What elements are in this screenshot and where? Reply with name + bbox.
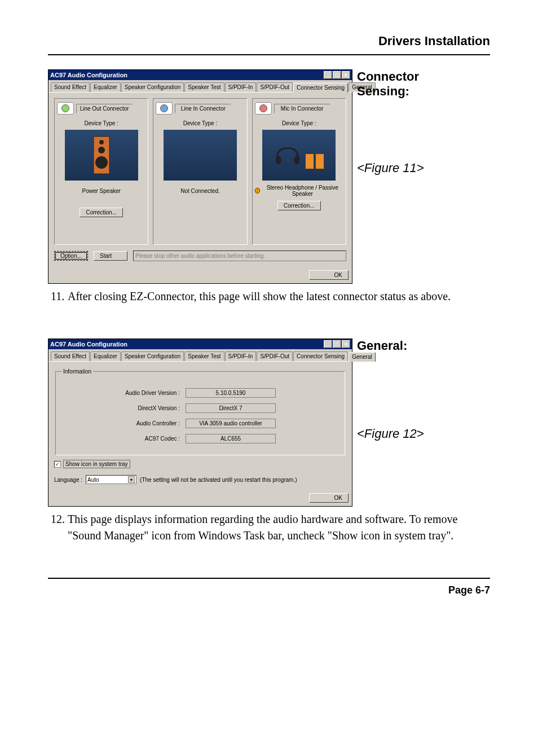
tabstrip: Sound Effect Equalizer Speaker Configura…	[48, 349, 352, 362]
tab-speaker-test[interactable]: Speaker Test	[184, 351, 224, 361]
start-button[interactable]: Start	[94, 251, 127, 261]
tab-sound-effect[interactable]: Sound Effect	[51, 82, 90, 92]
tab-speaker-test[interactable]: Speaker Test	[184, 82, 224, 92]
show-tray-label: Show icon in system tray	[63, 460, 130, 468]
tab-connector-sensing[interactable]: Connector Sensing	[293, 351, 348, 361]
maximize-icon[interactable]: □	[333, 340, 341, 348]
svg-point-5	[294, 156, 300, 164]
window-title: AC97 Audio Configuration	[50, 72, 127, 78]
window-general: AC97 Audio Configuration _ □ × Sound Eff…	[48, 339, 352, 507]
info-value: ALC655	[186, 434, 276, 443]
close-icon[interactable]: ×	[342, 340, 350, 348]
tab-sound-effect[interactable]: Sound Effect	[51, 351, 90, 361]
svg-point-2	[98, 147, 105, 153]
device-result: ! Stereo Headphone / Passive Speaker	[255, 184, 343, 197]
window-connector-sensing: AC97 Audio Configuration _ □ × Sound Eff…	[48, 69, 352, 284]
tab-equalizer[interactable]: Equalizer	[90, 82, 121, 92]
device-type-label: Device Type :	[57, 120, 145, 126]
connector-label: Mic In Connector	[274, 104, 330, 113]
show-tray-checkbox[interactable]: ✓	[54, 461, 61, 468]
titlebar: AC97 Audio Configuration _ □ ×	[48, 339, 352, 349]
warning-icon: !	[255, 188, 260, 194]
tab-spdif-out[interactable]: S/PDIF-Out	[257, 351, 293, 361]
correction-button[interactable]: Correction...	[80, 208, 122, 217]
svg-point-4	[276, 156, 281, 164]
tab-spdif-in[interactable]: S/PDIF-In	[225, 82, 257, 92]
minimize-icon[interactable]: _	[324, 71, 332, 79]
device-image-empty	[164, 130, 237, 181]
figure-caption: <Figure 11>	[357, 161, 436, 175]
fieldset-legend: Information	[61, 368, 93, 375]
figure-caption: <Figure 12>	[357, 427, 436, 441]
connector-label: Line Out Connector	[76, 104, 133, 113]
body-paragraph-12: 12.This page displays information regard…	[68, 511, 490, 544]
device-type-label: Device Type :	[156, 120, 244, 126]
connector-line-in: Line In Connector Device Type : Not Conn…	[153, 98, 247, 245]
close-icon[interactable]: ×	[342, 71, 350, 79]
tab-spdif-out[interactable]: S/PDIF-Out	[257, 82, 293, 92]
connector-mic-in: Mic In Connector Device Type :	[252, 98, 346, 245]
info-row: AC97 Codec : ALC655	[61, 434, 339, 443]
device-type-label: Device Type :	[255, 120, 343, 126]
language-label: Language :	[54, 477, 82, 483]
tabstrip: Sound Effect Equalizer Speaker Configura…	[48, 80, 352, 93]
ok-button[interactable]: OK	[309, 493, 349, 503]
connector-line-out: Line Out Connector Device Type : Power	[54, 98, 148, 245]
side-title: General:	[357, 339, 436, 353]
jack-icon	[57, 102, 74, 115]
page-header: Drivers Installation	[48, 34, 490, 55]
page-footer: Page 6-7	[48, 578, 490, 596]
ok-button[interactable]: OK	[309, 270, 349, 280]
info-value: DirectX 7	[186, 403, 276, 413]
info-label: Audio Driver Version :	[61, 390, 186, 396]
device-image-speaker	[65, 130, 138, 181]
device-result: Power Speaker	[57, 184, 145, 197]
tab-speaker-configuration[interactable]: Speaker Configuration	[121, 82, 184, 92]
connector-label: Line In Connector	[175, 104, 231, 113]
jack-icon	[156, 102, 173, 115]
tab-general[interactable]: General	[349, 352, 376, 362]
maximize-icon[interactable]: □	[333, 71, 341, 79]
svg-point-1	[99, 140, 104, 144]
note-text: Please stop other audio applications bef…	[133, 250, 346, 261]
info-row: Audio Controller : VIA 3059 audio contro…	[61, 419, 339, 428]
jack-icon	[255, 102, 272, 115]
tab-spdif-in[interactable]: S/PDIF-In	[225, 351, 257, 361]
info-label: AC97 Codec :	[61, 436, 186, 442]
info-value: VIA 3059 audio controller	[186, 419, 276, 428]
option-button[interactable]: Option...	[54, 251, 88, 261]
titlebar: AC97 Audio Configuration _ □ ×	[48, 70, 352, 80]
window-title: AC97 Audio Configuration	[50, 341, 127, 348]
tab-speaker-configuration[interactable]: Speaker Configuration	[121, 351, 184, 361]
body-paragraph-11: 11.After closing EZ-Connector, this page…	[68, 288, 490, 305]
minimize-icon[interactable]: _	[324, 340, 332, 348]
information-fieldset: Information Audio Driver Version : 5.10.…	[55, 368, 345, 455]
svg-point-3	[95, 156, 108, 169]
correction-button[interactable]: Correction...	[277, 201, 320, 210]
language-select[interactable]: Auto ▼	[86, 475, 136, 484]
info-label: Audio Controller :	[61, 420, 186, 427]
chevron-down-icon: ▼	[128, 476, 135, 483]
language-note: (The setting will not be activated until…	[140, 477, 297, 483]
device-image-headphones	[262, 130, 336, 181]
info-value: 5.10.0.5190	[186, 388, 276, 398]
tab-connector-sensing[interactable]: Connector Sensing	[293, 83, 348, 93]
device-result: Not Connected.	[156, 184, 244, 197]
info-row: DirectX Version : DirectX 7	[61, 403, 339, 413]
info-label: DirectX Version :	[61, 405, 186, 411]
info-row: Audio Driver Version : 5.10.0.5190	[61, 388, 339, 398]
tab-equalizer[interactable]: Equalizer	[90, 351, 121, 361]
passive-speaker-icon	[305, 153, 324, 169]
side-title: ConnectorSensing:	[357, 69, 436, 99]
